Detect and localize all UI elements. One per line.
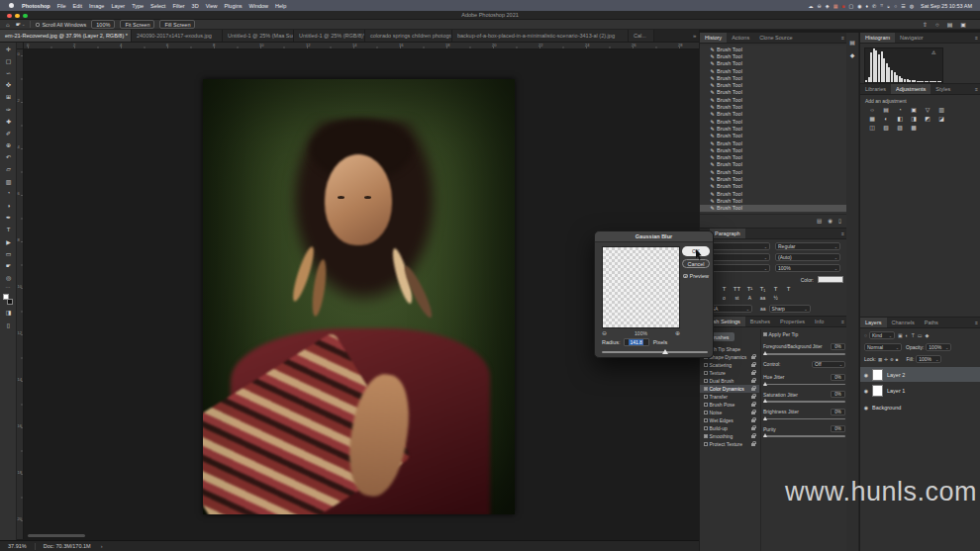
menu-edit[interactable]: Edit	[73, 3, 82, 9]
vibrance-icon[interactable]: ▽	[921, 105, 934, 114]
history-entry[interactable]: ✎Brush Tool	[700, 125, 847, 132]
brush-category-dual-brush[interactable]: Dual Brush	[700, 377, 759, 385]
layer-thumbnail[interactable]	[872, 369, 883, 381]
menu-file[interactable]: File	[57, 3, 66, 9]
brightness-contrast-icon[interactable]: ☼	[865, 105, 879, 114]
slider-value[interactable]: 0%	[831, 374, 845, 381]
gradient-tool[interactable]: ▥	[0, 175, 17, 187]
category-checkbox[interactable]	[704, 387, 708, 391]
document-tab[interactable]: colorado springs children photographer c…	[365, 30, 452, 42]
wifi-icon[interactable]: ◒	[887, 3, 890, 9]
shape-tool[interactable]: ▭	[0, 247, 17, 259]
brush-category-texture[interactable]: Texture	[700, 369, 759, 377]
healing-brush-tool[interactable]: ✚	[0, 115, 17, 127]
posterize-icon[interactable]: ◫	[865, 123, 879, 132]
radius-slider[interactable]	[602, 351, 708, 353]
history-entry[interactable]: ✎Brush Tool	[700, 133, 847, 139]
fg-bg-jitter-slider[interactable]	[763, 353, 845, 355]
filter-kind-dropdown[interactable]: Kind⌄	[869, 331, 895, 339]
menu-select[interactable]: Select	[150, 3, 165, 9]
dialog-title[interactable]: Gaussian Blur	[595, 231, 713, 242]
crop-tool[interactable]: ⊞	[0, 91, 17, 103]
status-chevron-icon[interactable]: ›	[101, 543, 103, 549]
category-checkbox[interactable]	[704, 418, 708, 422]
brush-category-smoothing[interactable]: Smoothing	[700, 432, 759, 440]
histogram-warning-icon[interactable]: ⚠	[931, 49, 935, 55]
swatches-panel-icon[interactable]: ◆	[846, 51, 858, 58]
text-color-swatch[interactable]	[818, 276, 843, 283]
history-entry[interactable]: ✎Brush Tool	[700, 139, 847, 146]
slider-track[interactable]	[763, 418, 845, 420]
exposure-icon[interactable]: ▣	[907, 105, 921, 114]
channel-mixer-icon[interactable]: ◨	[907, 114, 921, 123]
category-checkbox[interactable]	[704, 411, 708, 414]
scroll-all-windows-checkbox[interactable]	[36, 23, 40, 27]
eraser-tool[interactable]: ▱	[0, 163, 17, 175]
category-checkbox[interactable]	[704, 371, 708, 375]
history-entry[interactable]: ✎Brush Tool	[700, 146, 847, 153]
tab-styles[interactable]: Styles	[931, 84, 955, 94]
apple-menu-icon[interactable]	[9, 3, 14, 8]
levels-icon[interactable]: ▤	[879, 105, 893, 114]
font-style-dropdown[interactable]: Regular⌄	[775, 242, 840, 250]
menu-type[interactable]: Type	[132, 3, 144, 9]
quick-mask-icon[interactable]: ◨	[0, 307, 17, 319]
cancel-button[interactable]: Cancel	[682, 259, 710, 268]
tab-channels[interactable]: Channels	[887, 318, 920, 327]
category-checkbox[interactable]	[704, 363, 708, 367]
ligature-button[interactable]: A	[743, 295, 756, 301]
panel-menu-icon[interactable]: ≡	[841, 319, 844, 324]
slider-track[interactable]	[763, 401, 845, 403]
document-image[interactable]	[203, 79, 515, 514]
menu-layer[interactable]: Layer	[111, 3, 125, 9]
quick-selection-tool[interactable]: ✜	[0, 79, 17, 91]
panel-menu-icon[interactable]: ≡	[975, 320, 978, 325]
workspace-icon[interactable]: ▤	[947, 21, 953, 28]
faux-style-button[interactable]: TT	[731, 286, 743, 292]
keyboard-icon[interactable]: ⌗	[880, 2, 883, 9]
layer-thumbnail[interactable]	[872, 385, 883, 397]
lock-pixels-icon[interactable]: ✛	[884, 357, 888, 362]
move-tool[interactable]: ✛	[0, 43, 17, 54]
layer-row-layer-1[interactable]: ◉Layer 1	[860, 384, 980, 399]
hand-tool[interactable]: ☛	[0, 259, 17, 271]
brush-category-scattering[interactable]: Scattering	[700, 361, 759, 369]
slider-thumb[interactable]	[763, 399, 767, 403]
history-entry[interactable]: ✎Brush Tool	[700, 67, 847, 74]
lock-transparent-icon[interactable]: ▦	[878, 357, 882, 362]
category-checkbox[interactable]	[704, 403, 708, 407]
opacity-dropdown[interactable]: 100%⌄	[926, 343, 951, 351]
fill-dropdown[interactable]: 100%⌄	[916, 355, 941, 363]
ligature-button[interactable]: st	[731, 295, 743, 301]
screen-mode-icon[interactable]: ▯	[0, 319, 17, 330]
history-entry[interactable]: ✎Brush Tool	[700, 111, 847, 118]
tab-paragraph[interactable]: Paragraph	[710, 229, 745, 238]
menu-3d[interactable]: 3D	[192, 3, 199, 9]
color-lookup-icon[interactable]: ◩	[921, 114, 934, 123]
history-entry[interactable]: ✎Brush Tool	[700, 103, 847, 110]
history-entry[interactable]: ✎Brush Tool	[700, 183, 847, 190]
slider-track[interactable]	[763, 435, 845, 437]
history-entry[interactable]: ✎Brush Tool	[700, 60, 847, 67]
history-entry[interactable]: ✎Brush Tool	[700, 153, 847, 160]
threshold-icon[interactable]: ▧	[879, 123, 893, 132]
category-checkbox[interactable]	[704, 442, 708, 446]
ligature-button[interactable]: ½	[769, 295, 782, 301]
invert-icon[interactable]: ◪	[934, 114, 948, 123]
ligature-button[interactable]: aa	[756, 295, 769, 301]
user-icon[interactable]: ◍	[910, 3, 914, 9]
lock-all-icon[interactable]: ■	[896, 357, 899, 362]
cloud-icon[interactable]: ☁	[809, 3, 814, 9]
history-entry[interactable]: ✎Brush Tool	[700, 168, 847, 175]
lock-position-icon[interactable]: ⊕	[890, 357, 894, 362]
ligature-button[interactable]: o	[718, 295, 731, 301]
radius-input[interactable]: 141.8	[624, 338, 649, 346]
layer-row-background[interactable]: ◉Background	[860, 400, 980, 414]
vertical-scale-dropdown[interactable]: 100%⌄	[775, 264, 840, 272]
brush-category-protect-texture[interactable]: Protect Texture	[700, 440, 759, 448]
slider-thumb[interactable]	[763, 416, 767, 420]
lasso-tool[interactable]: ∽	[0, 66, 17, 78]
history-brush-tool[interactable]: ↶	[0, 151, 17, 163]
faux-style-button[interactable]: T	[769, 286, 782, 292]
filter-shape-icon[interactable]: ▭	[918, 332, 923, 338]
